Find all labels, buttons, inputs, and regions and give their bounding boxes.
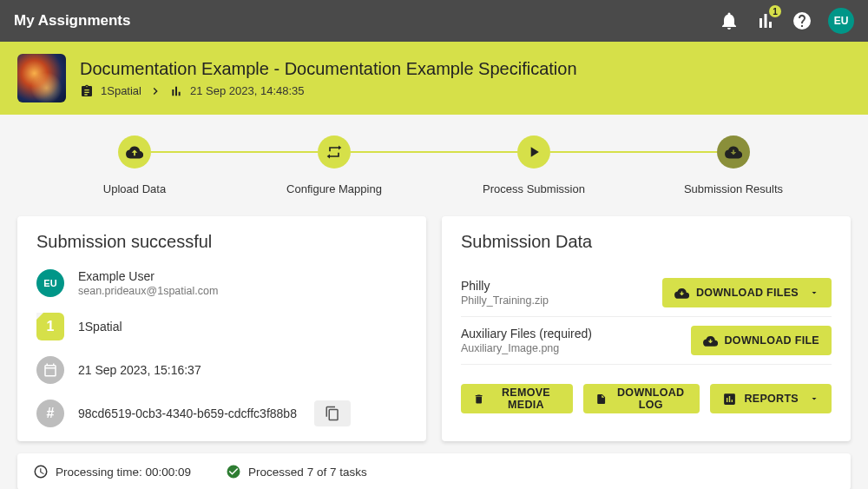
tasks-complete: Processed 7 of 7 tasks [226, 464, 367, 479]
reports-button[interactable]: REPORTS [710, 384, 832, 413]
download-files-button[interactable]: DOWNLOAD FILES [662, 278, 832, 307]
submitter-email: sean.prideaux@1spatial.com [78, 285, 218, 297]
step-configure[interactable]: Configure Mapping [234, 135, 434, 195]
swap-icon [318, 135, 351, 169]
panel-heading: Submission Data [461, 232, 832, 252]
caret-down-icon [809, 393, 819, 404]
copy-hash-button[interactable] [314, 400, 351, 426]
button-label: REPORTS [744, 393, 799, 405]
cloud-download-icon [717, 135, 750, 169]
step-process[interactable]: Process Submission [434, 135, 634, 195]
stats-icon[interactable]: 1 [755, 10, 776, 31]
remove-media-button[interactable]: REMOVE MEDIA [461, 384, 573, 413]
org-row: 1 1Spatial [36, 313, 407, 340]
download-file-button[interactable]: DOWNLOAD FILE [691, 326, 832, 355]
stats-small-icon [169, 84, 183, 98]
submitter-row: EU Example User sean.prideaux@1spatial.c… [36, 269, 407, 297]
cloud-download-icon [674, 286, 689, 301]
cloud-download-icon [703, 334, 718, 348]
calendar-icon [36, 356, 64, 384]
data-row-auxiliary: Auxiliary Files (required) Auxiliary_Ima… [461, 317, 832, 365]
data-filename: Philly_Training.zip [461, 294, 549, 307]
delete-icon [473, 392, 484, 406]
data-label: Philly [461, 279, 549, 293]
button-label: DOWNLOAD LOG [614, 387, 687, 411]
data-label: Auxiliary Files (required) [461, 327, 592, 340]
document-icon [595, 392, 607, 406]
clipboard-icon [80, 84, 94, 98]
tasks-complete-text: Processed 7 of 7 tasks [248, 466, 367, 479]
user-avatar[interactable]: EU [828, 8, 854, 34]
assignment-thumbnail [17, 54, 66, 102]
hash-icon: # [36, 400, 64, 427]
download-log-button[interactable]: DOWNLOAD LOG [583, 384, 700, 413]
page-title: My Assignments [14, 12, 719, 30]
submission-status-panel: Submission successful EU Example User se… [17, 216, 426, 441]
assignment-meta: 1Spatial 21 Sep 2023, 14:48:35 [80, 84, 577, 98]
submitter-name: Example User [78, 269, 218, 283]
content-panels: Submission successful EU Example User se… [0, 206, 868, 441]
play-icon [517, 135, 550, 169]
submission-date: 21 Sep 2023, 15:16:37 [78, 363, 201, 377]
check-circle-icon [226, 464, 241, 479]
assignment-timestamp: 21 Sep 2023, 14:48:35 [190, 84, 305, 97]
processing-time-text: Processing time: 00:00:09 [56, 466, 191, 479]
data-row-primary: Philly Philly_Training.zip DOWNLOAD FILE… [461, 269, 832, 317]
report-icon [722, 392, 737, 406]
step-results[interactable]: Submission Results [634, 135, 833, 195]
caret-down-icon [809, 287, 819, 298]
button-label: DOWNLOAD FILES [696, 287, 799, 299]
help-icon[interactable] [792, 10, 812, 31]
button-label: DOWNLOAD FILE [725, 334, 819, 347]
processing-time: Processing time: 00:00:09 [33, 464, 191, 479]
submitter-avatar: EU [36, 269, 64, 297]
hash-row: # 98cd6519-0cb3-4340-b659-cdcffc3f88b8 [36, 400, 407, 427]
cloud-upload-icon [118, 135, 151, 169]
panel-heading: Submission successful [36, 232, 407, 252]
action-bar: REMOVE MEDIA DOWNLOAD LOG REPORTS [461, 384, 832, 413]
assignment-title: Documentation Example - Documentation Ex… [80, 59, 577, 79]
data-filename: Auxiliary_Image.png [461, 342, 592, 354]
notifications-icon[interactable] [719, 10, 740, 31]
assignment-header-text: Documentation Example - Documentation Ex… [80, 59, 577, 98]
step-upload[interactable]: Upload Data [35, 135, 234, 195]
assignment-header: Documentation Example - Documentation Ex… [0, 42, 868, 115]
step-label: Upload Data [103, 182, 166, 195]
chevron-right-icon [148, 84, 162, 98]
topbar-actions: 1 EU [719, 8, 854, 34]
copy-icon [325, 406, 340, 421]
timer-icon [33, 464, 49, 479]
date-row: 21 Sep 2023, 15:16:37 [36, 356, 407, 384]
processing-summary: Processing time: 00:00:09 Processed 7 of… [17, 453, 851, 489]
stepper: Upload Data Configure Mapping Process Su… [0, 115, 868, 206]
step-label: Configure Mapping [286, 182, 382, 195]
org-name: 1Spatial [78, 320, 122, 334]
org-logo-icon: 1 [36, 313, 64, 340]
stats-badge: 1 [769, 5, 781, 17]
step-label: Process Submission [483, 182, 585, 195]
submission-data-panel: Submission Data Philly Philly_Training.z… [442, 216, 851, 441]
submission-hash: 98cd6519-0cb3-4340-b659-cdcffc3f88b8 [78, 406, 297, 420]
assignment-org: 1Spatial [101, 84, 141, 97]
button-label: REMOVE MEDIA [491, 387, 560, 411]
step-label: Submission Results [684, 182, 783, 195]
topbar: My Assignments 1 EU [0, 0, 868, 42]
